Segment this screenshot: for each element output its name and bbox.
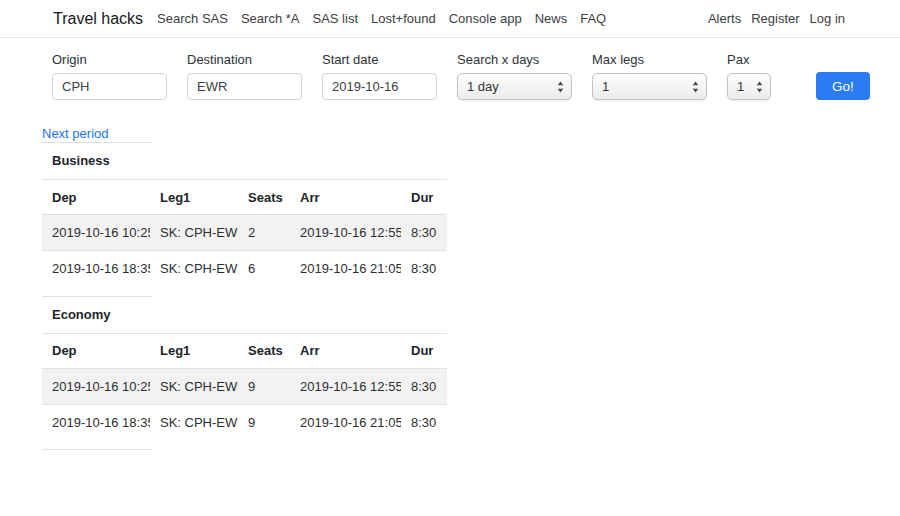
search-x-days-value: 1 day bbox=[467, 79, 499, 94]
section-title: Economy bbox=[42, 297, 152, 333]
brand[interactable]: Travel hacks bbox=[53, 10, 143, 28]
origin-label: Origin bbox=[52, 52, 167, 67]
cell-dep: 2019-10-16 18:35 bbox=[42, 251, 150, 287]
cell-leg1: SK: CPH-EWR bbox=[150, 404, 238, 440]
section-economy: Economy Dep Leg1 Seats Arr Dur 2019-10-1… bbox=[42, 296, 900, 441]
stepper-icon bbox=[557, 81, 564, 93]
cell-leg1: SK: CPH-EWR bbox=[150, 368, 238, 404]
col-header-seats: Seats bbox=[238, 333, 290, 368]
cell-seats: 9 bbox=[238, 368, 290, 404]
cell-dur: 8:30 bbox=[401, 251, 447, 287]
col-header-leg1: Leg1 bbox=[150, 333, 238, 368]
end-divider bbox=[42, 449, 152, 450]
table-row: 2019-10-16 10:25 SK: CPH-EWR 9 2019-10-1… bbox=[42, 368, 447, 404]
nav-link-lost-found[interactable]: Lost+found bbox=[371, 11, 436, 26]
origin-input[interactable] bbox=[52, 73, 167, 100]
search-form: Origin Destination Start date Search x d… bbox=[0, 38, 900, 100]
max-legs-select[interactable]: 1 bbox=[592, 73, 707, 100]
results-area: Next period Business Dep Leg1 Seats Arr … bbox=[0, 100, 900, 450]
col-header-dep: Dep bbox=[42, 333, 150, 368]
navbar: Travel hacks Search SAS Search *A SAS li… bbox=[0, 0, 900, 38]
nav-link-register[interactable]: Register bbox=[751, 11, 799, 26]
table-economy: Dep Leg1 Seats Arr Dur 2019-10-16 10:25 … bbox=[42, 333, 447, 441]
cell-leg1: SK: CPH-EWR bbox=[150, 251, 238, 287]
nav-right-links: Alerts Register Log in bbox=[708, 11, 845, 26]
pax-group: Pax 1 bbox=[727, 52, 771, 100]
next-period-link[interactable]: Next period bbox=[42, 126, 108, 141]
cell-seats: 2 bbox=[238, 215, 290, 251]
col-header-seats: Seats bbox=[238, 180, 290, 215]
stepper-icon bbox=[756, 81, 763, 93]
nav-link-sas-list[interactable]: SAS list bbox=[312, 11, 358, 26]
table-header-row: Dep Leg1 Seats Arr Dur bbox=[42, 333, 447, 368]
cell-arr: 2019-10-16 12:55 bbox=[290, 215, 401, 251]
cell-arr: 2019-10-16 12:55 bbox=[290, 368, 401, 404]
cell-dep: 2019-10-16 10:25 bbox=[42, 215, 150, 251]
search-x-days-group: Search x days 1 day bbox=[457, 52, 572, 100]
nav-link-alerts[interactable]: Alerts bbox=[708, 11, 741, 26]
search-x-days-label: Search x days bbox=[457, 52, 572, 67]
cell-dep: 2019-10-16 10:25 bbox=[42, 368, 150, 404]
pax-select[interactable]: 1 bbox=[727, 73, 771, 100]
section-title: Business bbox=[42, 143, 152, 179]
table-business: Dep Leg1 Seats Arr Dur 2019-10-16 10:25 … bbox=[42, 179, 447, 287]
max-legs-group: Max legs 1 bbox=[592, 52, 707, 100]
section-business: Business Dep Leg1 Seats Arr Dur 2019-10-… bbox=[42, 142, 900, 287]
nav-link-console-app[interactable]: Console app bbox=[449, 11, 522, 26]
col-header-leg1: Leg1 bbox=[150, 180, 238, 215]
nav-link-search-star-alliance[interactable]: Search *A bbox=[241, 11, 300, 26]
nav-link-faq[interactable]: FAQ bbox=[580, 11, 606, 26]
start-date-input[interactable] bbox=[322, 73, 437, 100]
col-header-dur: Dur bbox=[401, 180, 447, 215]
pax-value: 1 bbox=[737, 79, 744, 94]
cell-dur: 8:30 bbox=[401, 368, 447, 404]
col-header-dep: Dep bbox=[42, 180, 150, 215]
cell-dur: 8:30 bbox=[401, 404, 447, 440]
max-legs-value: 1 bbox=[602, 79, 609, 94]
cell-dur: 8:30 bbox=[401, 215, 447, 251]
pax-label: Pax bbox=[727, 52, 771, 67]
search-x-days-select[interactable]: 1 day bbox=[457, 73, 572, 100]
cell-seats: 6 bbox=[238, 251, 290, 287]
max-legs-label: Max legs bbox=[592, 52, 707, 67]
start-date-label: Start date bbox=[322, 52, 437, 67]
cell-seats: 9 bbox=[238, 404, 290, 440]
destination-input[interactable] bbox=[187, 73, 302, 100]
table-header-row: Dep Leg1 Seats Arr Dur bbox=[42, 180, 447, 215]
cell-arr: 2019-10-16 21:05 bbox=[290, 404, 401, 440]
origin-group: Origin bbox=[52, 52, 167, 100]
destination-group: Destination bbox=[187, 52, 302, 100]
cell-leg1: SK: CPH-EWR bbox=[150, 215, 238, 251]
nav-link-news[interactable]: News bbox=[535, 11, 568, 26]
nav-link-search-sas[interactable]: Search SAS bbox=[157, 11, 228, 26]
table-row: 2019-10-16 18:35 SK: CPH-EWR 9 2019-10-1… bbox=[42, 404, 447, 440]
destination-label: Destination bbox=[187, 52, 302, 67]
start-date-group: Start date bbox=[322, 52, 437, 100]
stepper-icon bbox=[692, 81, 699, 93]
cell-dep: 2019-10-16 18:35 bbox=[42, 404, 150, 440]
cell-arr: 2019-10-16 21:05 bbox=[290, 251, 401, 287]
col-header-arr: Arr bbox=[290, 333, 401, 368]
col-header-dur: Dur bbox=[401, 333, 447, 368]
nav-link-log-in[interactable]: Log in bbox=[810, 11, 845, 26]
nav-links: Search SAS Search *A SAS list Lost+found… bbox=[157, 11, 606, 26]
go-button[interactable]: Go! bbox=[816, 72, 870, 100]
table-row: 2019-10-16 10:25 SK: CPH-EWR 2 2019-10-1… bbox=[42, 215, 447, 251]
table-row: 2019-10-16 18:35 SK: CPH-EWR 6 2019-10-1… bbox=[42, 251, 447, 287]
col-header-arr: Arr bbox=[290, 180, 401, 215]
